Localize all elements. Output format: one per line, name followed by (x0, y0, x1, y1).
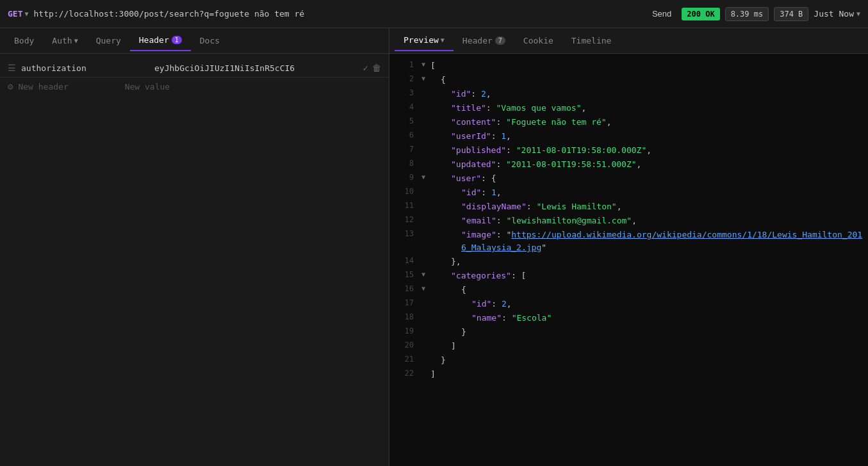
line-toggle[interactable]: ▼ (422, 172, 430, 181)
line-number: 14 (389, 255, 422, 265)
line-number: 22 (389, 368, 422, 378)
line-toggle (422, 88, 430, 89)
line-number: 5 (389, 116, 422, 125)
send-button[interactable]: Send (647, 6, 676, 21)
tab-query-label: Query (96, 36, 121, 45)
line-toggle (422, 200, 430, 202)
json-line: 20 ] (389, 339, 868, 353)
line-content: "categories": [ (430, 269, 526, 282)
line-toggle (422, 158, 430, 159)
json-line: 14 }, (389, 255, 868, 269)
json-line: 11 "displayName": "Lewis Hamilton", (389, 200, 868, 214)
delete-icon[interactable]: 🗑 (372, 63, 381, 73)
new-header-value-input[interactable]: New value (125, 82, 170, 92)
json-line: 13 "image": "https://upload.wikimedia.or… (389, 228, 868, 255)
line-toggle (422, 326, 430, 327)
response-size-badge: 374 B (774, 7, 808, 21)
json-line: 17 "id": 2, (389, 297, 868, 311)
json-line: 7 "published": "2011-08-01T19:58:00.000Z… (389, 143, 868, 157)
tab-timeline[interactable]: Timeline (562, 31, 621, 51)
tab-preview-label: Preview (404, 35, 439, 45)
line-content: "userId": 1, (430, 130, 511, 143)
line-toggle (422, 130, 430, 131)
line-content: { (430, 284, 466, 296)
json-line: 1▼[ (389, 59, 868, 73)
tab-auth[interactable]: Auth ▼ (43, 31, 86, 51)
line-number: 4 (389, 102, 422, 111)
line-toggle (422, 102, 430, 103)
json-line: 9▼"user": { (389, 172, 868, 186)
line-toggle (422, 312, 430, 313)
json-line: 3 "id": 2, (389, 87, 868, 101)
line-toggle (422, 255, 430, 257)
line-number: 2 (389, 74, 422, 83)
line-number: 16 (389, 284, 422, 293)
new-header-name-input[interactable]: New header (18, 82, 68, 92)
method-selector[interactable]: GET ▼ (8, 9, 29, 19)
line-toggle (422, 340, 430, 341)
header-actions: ✓ 🗑 (363, 63, 381, 73)
line-number: 12 (389, 214, 422, 224)
line-content: "name": "Escola" (430, 312, 552, 325)
line-number: 11 (389, 200, 422, 210)
tab-preview[interactable]: Preview ▼ (395, 30, 454, 51)
drag-handle-icon[interactable]: ☰ (8, 63, 16, 73)
tab-docs-label: Docs (200, 36, 220, 45)
line-number: 9 (389, 172, 422, 182)
line-toggle[interactable]: ▼ (422, 284, 430, 292)
header-response-count-badge: 7 (495, 36, 505, 45)
url-display[interactable]: http://localhost:3000/post/search?q=fogu… (34, 9, 642, 19)
json-viewer: 1▼[2▼{3 "id": 2,4 "title": "Vamos que va… (389, 54, 868, 466)
header-value[interactable]: eyJhbGciOiJIUzI1NiIsInR5cCI6 (154, 63, 358, 73)
line-content: "updated": "2011-08-01T19:58:51.000Z", (430, 158, 641, 171)
gear-icon: ⚙ (8, 81, 13, 92)
top-bar: GET ▼ http://localhost:3000/post/search?… (0, 0, 868, 28)
tab-header[interactable]: Header 1 (130, 30, 191, 51)
check-icon[interactable]: ✓ (363, 63, 368, 73)
json-line: 19 } (389, 325, 868, 339)
header-row: ☰ authorization eyJhbGciOiJIUzI1NiIsInR5… (0, 59, 389, 77)
line-content: }, (430, 255, 461, 268)
timestamp-chevron-icon: ▼ (856, 10, 860, 17)
tab-docs[interactable]: Docs (191, 31, 229, 51)
tab-cookie-label: Cookie (523, 36, 553, 45)
line-toggle[interactable]: ▼ (422, 74, 430, 82)
line-content: "user": { (430, 172, 496, 185)
tab-header-response[interactable]: Header 7 (454, 31, 514, 51)
line-content: } (430, 354, 446, 367)
timestamp-text: Just Now (814, 9, 854, 19)
status-code: 200 (687, 10, 701, 19)
tab-header-label: Header (139, 35, 169, 45)
json-line: 6 "userId": 1, (389, 129, 868, 143)
line-toggle (422, 298, 430, 299)
line-content: "email": "lewishamilton@gmail.com", (430, 214, 637, 227)
left-panel: Body Auth ▼ Query Header 1 Docs ☰ author… (0, 28, 389, 466)
line-number: 18 (389, 312, 422, 321)
line-toggle (422, 186, 430, 188)
line-content: "image": "https://upload.wikimedia.org/w… (430, 229, 866, 254)
tab-auth-label: Auth (52, 36, 72, 45)
header-count-badge: 1 (172, 36, 182, 44)
timestamp-display: Just Now ▼ (814, 9, 860, 19)
json-line: 16▼{ (389, 283, 868, 297)
tab-cookie[interactable]: Cookie (514, 31, 562, 51)
tab-body[interactable]: Body (5, 31, 43, 51)
line-number: 8 (389, 158, 422, 168)
image-url-link[interactable]: https://upload.wikimedia.org/wikipedia/c… (461, 230, 862, 252)
line-content: "id": 1, (430, 186, 502, 199)
preview-chevron-icon: ▼ (441, 36, 445, 44)
line-toggle[interactable]: ▼ (422, 269, 430, 278)
right-panel: Preview ▼ Header 7 Cookie Timeline 1▼[2▼… (389, 28, 868, 466)
status-text: OK (705, 10, 714, 19)
line-number: 15 (389, 269, 422, 279)
json-line: 5 "content": "Foguete não tem ré", (389, 115, 868, 129)
method-chevron-icon: ▼ (24, 10, 28, 17)
line-content: } (430, 326, 466, 339)
header-name[interactable]: authorization (21, 63, 149, 73)
tab-body-label: Body (14, 36, 34, 45)
tab-query[interactable]: Query (87, 31, 130, 51)
line-number: 3 (389, 88, 422, 97)
line-toggle[interactable]: ▼ (422, 60, 430, 68)
json-line: 10 "id": 1, (389, 186, 868, 200)
line-content: [ (430, 60, 436, 72)
